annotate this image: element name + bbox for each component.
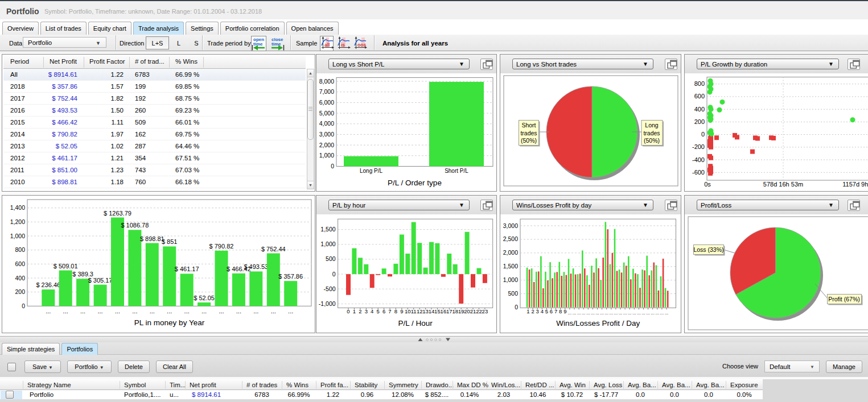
svg-text:500: 500: [326, 255, 336, 262]
svg-text:4,000: 4,000: [319, 120, 334, 127]
svg-text:...: ...: [236, 308, 241, 314]
svg-text:$ 357.86: $ 357.86: [278, 273, 303, 280]
svg-text:...: ...: [271, 308, 276, 314]
svg-text:6,000: 6,000: [319, 99, 334, 106]
svg-text:$ 236.46: $ 236.46: [36, 281, 60, 288]
svg-text:16: 16: [441, 308, 447, 314]
svg-text:P/L / Order type: P/L / Order type: [388, 179, 442, 187]
svg-text:3: 3: [536, 308, 539, 314]
svg-text:3,000: 3,000: [319, 131, 334, 138]
svg-text:22: 22: [476, 308, 482, 314]
svg-text:...: ...: [288, 308, 293, 314]
svg-text:13: 13: [422, 308, 429, 314]
svg-text:8,000: 8,000: [319, 78, 334, 85]
svg-text:...: ...: [646, 310, 650, 316]
svg-text:...: ...: [623, 310, 627, 316]
svg-text:7,000: 7,000: [319, 88, 334, 95]
svg-text:5,000: 5,000: [319, 110, 334, 117]
svg-text:(50%): (50%): [521, 137, 537, 144]
svg-text:3: 3: [365, 308, 368, 314]
svg-text:6: 6: [550, 308, 553, 314]
svg-text:$ 851: $ 851: [162, 238, 178, 245]
svg-text:trades: trades: [520, 130, 537, 136]
svg-text:5: 5: [377, 308, 380, 314]
svg-text:1157d 9h 47m: 1157d 9h 47m: [842, 181, 868, 188]
svg-text:...: ...: [609, 310, 613, 316]
svg-text:200: 200: [694, 118, 705, 125]
svg-text:2,000: 2,000: [503, 249, 518, 256]
svg-text:2,500: 2,500: [503, 235, 518, 242]
svg-text:0: 0: [331, 163, 334, 169]
svg-text:8: 8: [394, 308, 397, 314]
svg-text:...: ...: [637, 310, 641, 316]
svg-text:...: ...: [660, 310, 664, 316]
svg-text:-600: -600: [692, 169, 705, 176]
svg-text:17: 17: [446, 308, 452, 314]
svg-text:14: 14: [429, 308, 435, 314]
svg-text:Short P/L: Short P/L: [445, 168, 468, 174]
svg-text:...: ...: [573, 310, 577, 316]
svg-text:0: 0: [701, 131, 705, 138]
svg-text:-500: -500: [324, 285, 336, 292]
svg-text:$ 898.81: $ 898.81: [140, 235, 164, 242]
svg-text:12: 12: [417, 308, 423, 314]
svg-text:15: 15: [434, 308, 441, 314]
svg-text:600: 600: [694, 93, 705, 100]
svg-text:...: ...: [201, 308, 207, 314]
svg-text:1,500: 1,500: [503, 263, 518, 270]
svg-text:time: time: [271, 42, 281, 47]
svg-text:...: ...: [651, 310, 655, 316]
svg-text:...: ...: [655, 310, 659, 316]
svg-text:Wins/Losses Profit / Day: Wins/Losses Profit / Day: [556, 319, 640, 328]
svg-text:$ 752.44: $ 752.44: [261, 246, 286, 252]
svg-text:1,000: 1,000: [319, 152, 334, 159]
svg-text:...: ...: [600, 310, 604, 316]
svg-text:trades: trades: [643, 130, 660, 136]
svg-text:all: all: [324, 42, 330, 48]
svg-text:400: 400: [694, 106, 705, 113]
svg-text:1,000: 1,000: [320, 241, 335, 247]
svg-text:...: ...: [568, 310, 572, 316]
svg-text:10: 10: [405, 308, 411, 314]
svg-text:8: 8: [559, 308, 562, 314]
svg-text:$ 509.01: $ 509.01: [54, 263, 78, 270]
svg-text:1,000: 1,000: [503, 276, 518, 283]
svg-text:1,400: 1,400: [10, 204, 25, 211]
svg-text:$ 52.05: $ 52.05: [194, 295, 215, 301]
svg-text:...: ...: [604, 310, 608, 316]
svg-text:PL in money by Year: PL in money by Year: [134, 318, 205, 327]
svg-text:...: ...: [63, 308, 68, 314]
svg-text:$ 305.17: $ 305.17: [88, 277, 113, 284]
svg-text:21: 21: [470, 308, 476, 314]
svg-text:18: 18: [452, 308, 458, 314]
svg-text:time: time: [253, 42, 263, 47]
svg-text:Short: Short: [521, 122, 536, 129]
svg-text:500: 500: [508, 290, 518, 297]
svg-text:...: ...: [582, 310, 586, 316]
svg-text:Loss (33%): Loss (33%): [693, 246, 723, 253]
svg-text:600: 600: [15, 260, 25, 267]
svg-text:$ 790.82: $ 790.82: [209, 243, 234, 250]
svg-text:0: 0: [22, 302, 25, 309]
svg-text:5: 5: [545, 308, 548, 314]
svg-text:2: 2: [359, 308, 361, 314]
svg-text:-1,000: -1,000: [319, 300, 336, 307]
svg-text:4: 4: [541, 308, 544, 314]
svg-text:2,000: 2,000: [319, 142, 334, 148]
svg-text:20: 20: [464, 308, 470, 314]
svg-text:6: 6: [382, 308, 385, 314]
svg-text:1,200: 1,200: [10, 218, 25, 225]
svg-text:...: ...: [80, 308, 85, 314]
svg-text:...: ...: [586, 310, 590, 316]
svg-text:-200: -200: [692, 143, 705, 150]
svg-text:7: 7: [554, 308, 557, 314]
svg-text:oos: oos: [357, 42, 366, 48]
svg-text:0s: 0s: [704, 181, 711, 188]
svg-text:578d 16h 53m: 578d 16h 53m: [763, 181, 803, 188]
svg-text:800: 800: [694, 80, 705, 87]
svg-text:...: ...: [98, 308, 103, 314]
svg-text:-400: -400: [692, 156, 705, 163]
svg-text:$ 1263.79: $ 1263.79: [104, 210, 131, 217]
svg-text:...: ...: [614, 310, 618, 316]
svg-text:P/L / Hour: P/L / Hour: [398, 319, 433, 328]
